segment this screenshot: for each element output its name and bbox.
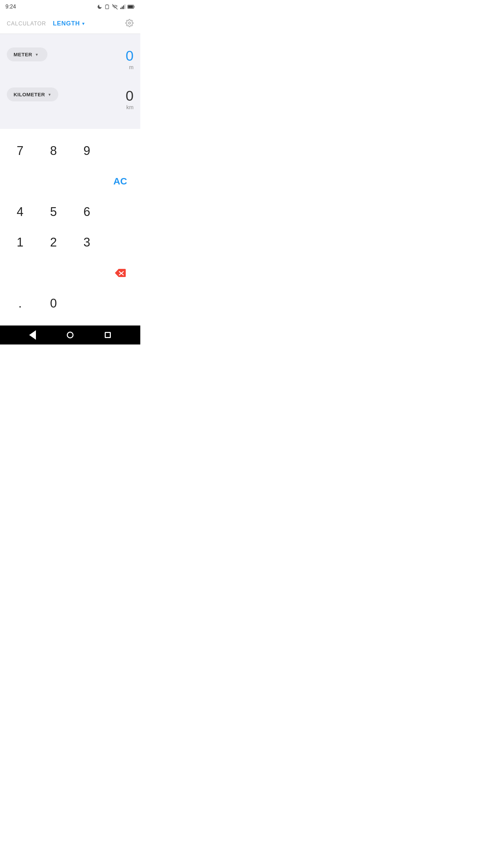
unit-value-1: 0	[126, 49, 134, 63]
recents-icon	[105, 332, 111, 338]
nav-back-button[interactable]	[24, 327, 41, 343]
unit-value-container-2: 0 km	[126, 87, 134, 111]
home-icon	[67, 332, 74, 338]
svg-rect-0	[105, 5, 108, 9]
key-9[interactable]: 9	[70, 136, 104, 166]
key-1[interactable]: 1	[3, 227, 37, 258]
key-6[interactable]: 6	[70, 197, 104, 227]
svg-rect-6	[128, 5, 133, 8]
svg-rect-4	[124, 4, 125, 9]
key-empty-2	[104, 197, 137, 227]
status-icons	[97, 4, 135, 9]
key-7[interactable]: 7	[3, 136, 37, 166]
nav-bar	[0, 326, 140, 344]
status-bar: 9:24	[0, 0, 140, 14]
unit-row-2: KILOMETER ▼ 0 km	[7, 81, 134, 117]
wifi-icon	[112, 4, 118, 9]
nav-recents-button[interactable]	[99, 327, 116, 343]
chevron-down-icon: ▼	[81, 21, 86, 26]
gear-icon	[125, 19, 134, 27]
unit-value-container-1: 0 m	[126, 47, 134, 71]
unit-selector-1[interactable]: METER ▼	[7, 47, 47, 61]
conversion-area: METER ▼ 0 m KILOMETER ▼ 0 km	[0, 34, 140, 129]
key-dot[interactable]: .	[3, 288, 37, 319]
unit-value-2: 0	[126, 89, 134, 103]
svg-rect-1	[120, 8, 121, 9]
nav-home-button[interactable]	[62, 327, 79, 343]
unit-symbol-1: m	[126, 64, 134, 71]
app-title: CALCULATOR	[7, 21, 46, 27]
svg-rect-3	[123, 5, 124, 9]
clipboard-icon	[104, 4, 110, 9]
key-empty-3	[104, 227, 137, 258]
category-dropdown[interactable]: LENGTH ▼	[53, 20, 125, 27]
moon-icon	[97, 4, 102, 9]
keypad-area: 7 8 9 AC 4 5 6 1 2 3 . 0	[0, 129, 140, 326]
status-time: 9:24	[5, 4, 16, 10]
category-label: LENGTH	[53, 20, 80, 27]
key-ac[interactable]: AC	[104, 166, 137, 197]
unit-name-1: METER	[14, 52, 32, 57]
battery-icon	[127, 4, 135, 9]
settings-button[interactable]	[125, 19, 134, 28]
svg-rect-2	[122, 6, 123, 9]
key-empty-1	[104, 136, 137, 166]
chevron-down-icon-unit1: ▼	[35, 53, 39, 57]
key-0[interactable]: 0	[37, 288, 70, 319]
key-empty-5	[104, 288, 137, 319]
chevron-down-icon-unit2: ▼	[48, 93, 52, 97]
unit-selector-2[interactable]: KILOMETER ▼	[7, 87, 58, 101]
key-backspace[interactable]	[104, 258, 137, 288]
unit-name-2: KILOMETER	[14, 92, 45, 97]
key-3[interactable]: 3	[70, 227, 104, 258]
unit-row-1: METER ▼ 0 m	[7, 41, 134, 77]
key-5[interactable]: 5	[37, 197, 70, 227]
keypad-grid: 7 8 9 AC 4 5 6 1 2 3 . 0	[3, 136, 137, 319]
key-8[interactable]: 8	[37, 136, 70, 166]
key-2[interactable]: 2	[37, 227, 70, 258]
backspace-icon	[114, 268, 126, 278]
header: CALCULATOR LENGTH ▼	[0, 14, 140, 34]
svg-point-7	[128, 22, 130, 24]
signal-icon	[120, 4, 125, 9]
unit-symbol-2: km	[126, 104, 134, 111]
back-icon	[29, 330, 36, 340]
key-empty-4	[70, 288, 104, 319]
key-4[interactable]: 4	[3, 197, 37, 227]
